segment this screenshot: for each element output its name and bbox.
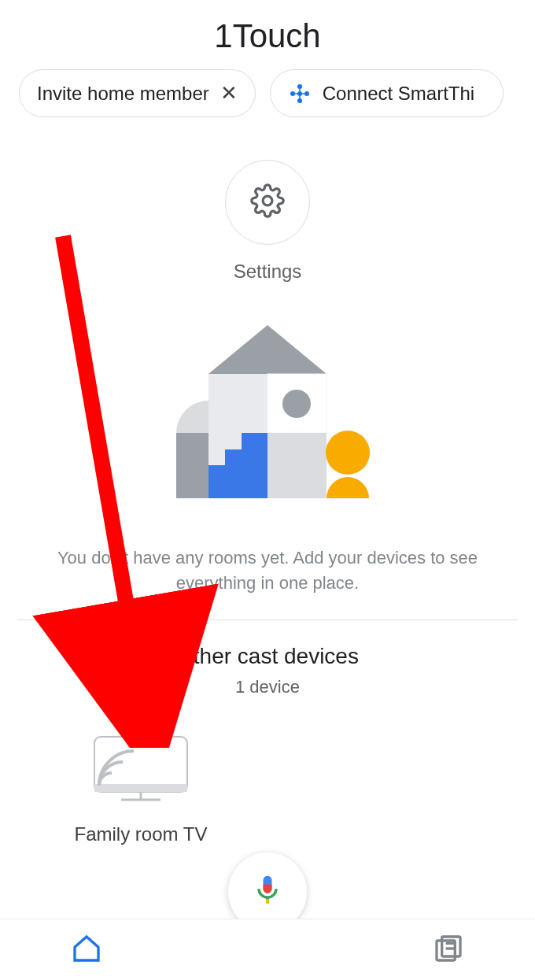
cast-device-tile[interactable]: Family room TV [58,734,223,845]
feed-tab-icon[interactable] [433,933,464,967]
cast-section-count: 1 device [0,677,535,697]
cast-tv-icon [90,734,192,808]
invite-home-member-chip[interactable]: Invite home member ✕ [19,69,256,117]
home-tab-icon[interactable] [71,933,102,967]
svg-marker-10 [208,325,327,374]
microphone-icon [250,873,285,911]
home-title: 1Touch [0,0,535,69]
smartthings-icon [288,82,312,105]
section-divider [17,619,518,620]
svg-line-28 [63,236,142,693]
svg-rect-11 [208,374,268,433]
svg-rect-19 [94,784,187,792]
empty-house-illustration [149,325,386,514]
smartthings-chip-label: Connect SmartThi [323,83,474,105]
svg-point-13 [282,390,311,418]
invite-chip-label: Invite home member [37,83,209,105]
svg-point-17 [326,431,370,475]
settings-shortcut[interactable]: Settings [0,160,535,283]
no-rooms-message: You don't have any rooms yet. Add your d… [0,514,535,619]
svg-point-9 [263,196,272,205]
settings-circle[interactable] [225,160,310,245]
bottom-nav-bar [0,919,535,980]
close-icon[interactable]: ✕ [220,81,238,105]
cast-section-title: Other cast devices [0,644,535,669]
cast-device-label: Family room TV [75,823,208,845]
gear-icon [250,183,285,221]
svg-rect-14 [176,433,208,498]
svg-rect-22 [266,899,269,904]
connect-smartthings-chip[interactable]: Connect SmartThi [270,69,504,117]
svg-rect-16 [268,433,327,498]
settings-label: Settings [234,261,302,283]
suggestion-chips-row: Invite home member ✕ Connect SmartThi [0,69,535,139]
